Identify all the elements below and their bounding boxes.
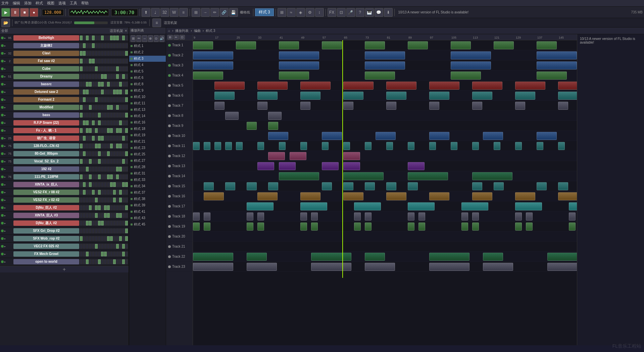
channel-pad[interactable]	[86, 205, 89, 210]
channel-pad[interactable]	[95, 159, 98, 164]
channel-pad[interactable]	[80, 120, 83, 125]
channel-pad[interactable]	[80, 36, 83, 40]
channel-pad[interactable]	[92, 229, 95, 233]
channel-pad[interactable]	[83, 128, 86, 133]
track-row[interactable]	[193, 262, 577, 272]
channel-pad[interactable]	[113, 259, 116, 264]
channel-pad[interactable]	[110, 74, 113, 79]
channel-led-green[interactable]	[1, 75, 4, 78]
channel-pad[interactable]	[98, 74, 101, 79]
track-block[interactable]	[451, 51, 491, 59]
channel-pad[interactable]	[122, 90, 125, 94]
channel-pad[interactable]	[95, 151, 98, 156]
channel-pad[interactable]	[119, 97, 122, 102]
channel-name-button[interactable]: Cube	[13, 66, 79, 71]
channel-pad[interactable]	[107, 213, 110, 218]
channel-pad[interactable]	[86, 136, 89, 141]
channel-pad[interactable]	[110, 128, 113, 133]
channel-pad[interactable]	[104, 174, 107, 179]
channel-name-button[interactable]: BellsHigh	[13, 35, 79, 41]
channel-pad[interactable]	[125, 113, 128, 117]
channel-pad[interactable]	[110, 213, 113, 218]
channel-pad[interactable]	[80, 90, 83, 94]
track-block[interactable]	[257, 192, 278, 200]
track-block[interactable]	[451, 41, 471, 49]
track-block[interactable]	[193, 71, 223, 80]
channel-name-button[interactable]: SFX Wob_rop #2	[13, 236, 79, 241]
track-block[interactable]	[386, 142, 393, 150]
tracks-scroll[interactable]: 9172533414957657381899710511312112913714…	[193, 34, 577, 345]
channel-pad[interactable]	[125, 36, 128, 40]
channel-pad[interactable]	[122, 144, 125, 148]
channel-pad[interactable]	[113, 97, 116, 102]
track-block[interactable]	[494, 182, 504, 190]
track-block[interactable]	[515, 202, 542, 210]
track-block[interactable]	[257, 102, 267, 110]
track-block[interactable]	[343, 102, 353, 110]
channel-pad[interactable]	[83, 74, 86, 79]
channel-pad[interactable]	[122, 167, 125, 171]
channel-pad[interactable]	[116, 90, 119, 94]
pattern-item[interactable]: 样式 38	[129, 196, 166, 202]
channel-pad[interactable]	[98, 198, 101, 202]
piano-button[interactable]: 🎹	[365, 8, 374, 17]
track-block[interactable]	[365, 41, 385, 49]
channel-pad[interactable]	[119, 113, 122, 117]
channel-name-button[interactable]: 111-PE_118PM	[13, 174, 79, 180]
channel-pad[interactable]	[101, 190, 104, 195]
channel-pad[interactable]	[119, 74, 122, 79]
channel-pad[interactable]	[95, 167, 98, 171]
menu-style[interactable]: 样式	[36, 1, 43, 6]
channel-pad[interactable]	[110, 113, 113, 117]
channel-pad[interactable]	[92, 105, 95, 110]
channel-pad[interactable]	[125, 43, 128, 48]
track-block[interactable]	[193, 41, 213, 49]
bpm-display[interactable]: 128.000	[42, 9, 64, 16]
track-row[interactable]	[193, 121, 577, 131]
channel-pad[interactable]	[80, 259, 83, 264]
channel-pad[interactable]	[107, 66, 110, 71]
track-block[interactable]	[247, 222, 253, 231]
channel-name-button[interactable]: VES2 FX_r 02 #2	[13, 197, 79, 203]
misc3-button[interactable]: ↕	[315, 8, 324, 17]
record-button[interactable]: ●	[30, 8, 38, 17]
channel-pad[interactable]	[125, 159, 128, 164]
channel-pad[interactable]	[83, 229, 86, 233]
track-block[interactable]	[386, 192, 406, 200]
channel-pad[interactable]	[80, 144, 83, 148]
pattern-item[interactable]: 样式 14	[129, 113, 166, 119]
track-block[interactable]	[257, 162, 274, 170]
channel-pad[interactable]	[83, 113, 86, 117]
channel-pad[interactable]	[101, 74, 104, 79]
channel-pad[interactable]	[101, 113, 104, 117]
channel-name-button[interactable]: 胡广生_语音	[13, 136, 79, 141]
channel-pad[interactable]	[89, 120, 92, 125]
track-block[interactable]	[322, 41, 342, 49]
channel-pad[interactable]	[101, 128, 104, 133]
channel-pad[interactable]	[86, 229, 89, 233]
track-block[interactable]	[214, 102, 225, 110]
channel-pad[interactable]	[101, 252, 104, 256]
channel-pad[interactable]	[89, 190, 92, 195]
track-block[interactable]	[418, 222, 425, 231]
channel-pad[interactable]	[107, 229, 110, 233]
channel-pad[interactable]	[104, 90, 107, 94]
track-block[interactable]	[311, 212, 318, 220]
track-block[interactable]	[376, 132, 396, 140]
channel-pad[interactable]	[119, 159, 122, 164]
channel-pad[interactable]	[101, 244, 104, 249]
channel-pad[interactable]	[119, 120, 122, 125]
channel-pad[interactable]	[107, 105, 110, 110]
track-row[interactable]	[193, 91, 577, 101]
channel-pad[interactable]	[116, 229, 119, 233]
channel-pad[interactable]	[86, 82, 89, 87]
track-block[interactable]	[311, 263, 351, 271]
track-row[interactable]	[193, 131, 577, 141]
channel-pad[interactable]	[116, 252, 119, 256]
channel-pad[interactable]	[98, 136, 101, 141]
channel-pad[interactable]	[92, 244, 95, 249]
channel-pad[interactable]	[80, 167, 83, 171]
channel-name-button[interactable]: DjNu_巨人 #2	[13, 205, 79, 210]
channel-pad[interactable]	[104, 252, 107, 256]
channel-name-button[interactable]: open to world	[13, 259, 79, 264]
